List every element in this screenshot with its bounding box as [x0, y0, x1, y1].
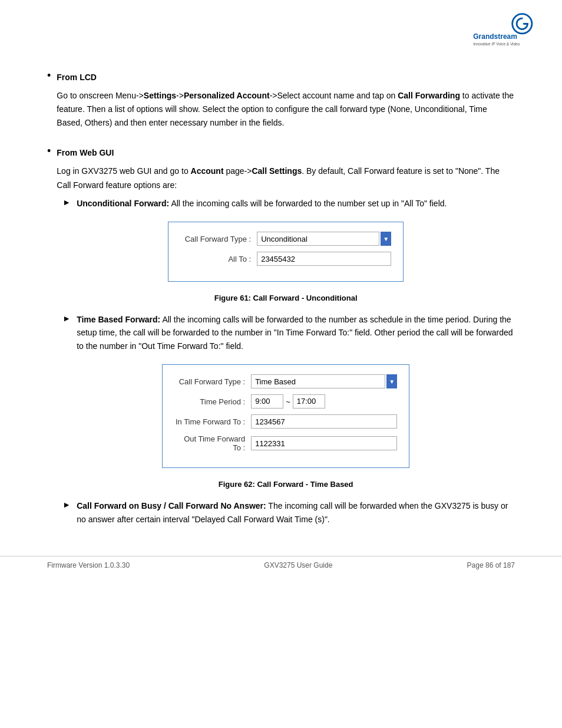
from-web-gui-section: • From Web GUI Log in GXV3275 web GUI an…	[47, 146, 515, 534]
footer-page: Page 86 of 187	[467, 561, 515, 569]
figure-62-row-outtime: Out Time Forward To : 1122331	[174, 434, 397, 452]
svg-text:Innovative IP Voice & Video: Innovative IP Voice & Video	[473, 42, 520, 46]
footer-firmware: Firmware Version 1.0.3.30	[47, 561, 130, 569]
time-based-forward-text: Time Based Forward: All the incoming cal…	[77, 313, 515, 353]
call-forward-busy-item: ► Call Forward on Busy / Call Forward No…	[62, 499, 515, 526]
arrow-symbol-unconditional: ►	[62, 197, 71, 207]
from-lcd-section: • From LCD Go to onscreen Menu->Settings…	[47, 71, 515, 134]
bullet-dot-lcd: •	[47, 70, 51, 82]
figure-62-row-intime: In Time Forward To : 1234567	[174, 414, 397, 429]
call-forward-type-label: Call Forward Type :	[180, 235, 257, 243]
figure-61-row-allto: All To : 23455432	[180, 252, 391, 266]
time-period-end[interactable]: 17:00	[293, 394, 325, 409]
unconditional-forward-item: ► Unconditional Forward: All the incomin…	[62, 197, 515, 210]
figure-62-container: Call Forward Type : Time Based ▼ Time Pe…	[162, 364, 409, 468]
from-web-gui-heading: From Web GUI	[57, 146, 515, 160]
unconditional-value: Unconditional	[257, 232, 379, 246]
from-lcd-item: • From LCD Go to onscreen Menu->Settings…	[47, 71, 515, 134]
bullet-dot-webgui: •	[47, 145, 51, 157]
call-forward-busy-text: Call Forward on Busy / Call Forward No A…	[77, 499, 515, 526]
figure-61-container: Call Forward Type : Unconditional ▼ All …	[168, 222, 404, 282]
call-forward-type-input-2[interactable]: Time Based ▼	[251, 374, 397, 388]
page: Grandstream Innovative IP Voice & Video …	[0, 0, 562, 581]
all-to-label: All To :	[180, 255, 257, 263]
time-based-forward-item: ► Time Based Forward: All the incoming c…	[62, 313, 515, 353]
figure-62-row-timeperiod: Time Period : 9:00 ~ 17:00	[174, 394, 397, 409]
from-lcd-heading: From LCD	[57, 71, 515, 84]
grandstream-logo: Grandstream Innovative IP Voice & Video	[468, 12, 538, 47]
arrow-symbol-busy: ►	[62, 500, 71, 509]
out-time-forward-value[interactable]: 1122331	[251, 436, 397, 450]
figure-62-row-type: Call Forward Type : Time Based ▼	[174, 374, 397, 388]
in-time-forward-value[interactable]: 1234567	[251, 414, 397, 429]
from-web-gui-item: • From Web GUI Log in GXV3275 web GUI an…	[47, 146, 515, 534]
svg-text:Grandstream: Grandstream	[473, 32, 517, 41]
time-based-value: Time Based	[251, 374, 385, 388]
out-time-forward-label: Out Time Forward To :	[174, 434, 251, 452]
dropdown-arrow-timebased[interactable]: ▼	[386, 374, 397, 388]
time-period-inputs: 9:00 ~ 17:00	[251, 394, 397, 409]
svg-point-0	[513, 14, 532, 34]
from-lcd-text: Go to onscreen Menu->Settings->Personali…	[57, 89, 515, 130]
figure-62-caption: Figure 62: Call Forward - Time Based	[57, 480, 515, 489]
time-period-label: Time Period :	[174, 397, 251, 406]
in-time-forward-label: In Time Forward To :	[174, 417, 251, 426]
call-forward-type-input[interactable]: Unconditional ▼	[257, 232, 391, 246]
arrow-symbol-timebased: ►	[62, 314, 71, 323]
from-web-gui-text: Log in GXV3275 web GUI and go to Account…	[57, 164, 515, 192]
call-forward-type-label-2: Call Forward Type :	[174, 377, 251, 386]
footer-product: GXV3275 User Guide	[264, 561, 332, 569]
page-footer: Firmware Version 1.0.3.30 GXV3275 User G…	[0, 556, 562, 569]
all-to-value[interactable]: 23455432	[257, 252, 391, 266]
tilde-symbol: ~	[286, 397, 290, 406]
dropdown-arrow-unconditional[interactable]: ▼	[381, 232, 391, 246]
figure-61-row-type: Call Forward Type : Unconditional ▼	[180, 232, 391, 246]
figure-61-caption: Figure 61: Call Forward - Unconditional	[57, 294, 515, 302]
unconditional-forward-text: Unconditional Forward: All the incoming …	[77, 197, 447, 210]
time-period-start[interactable]: 9:00	[251, 394, 283, 409]
